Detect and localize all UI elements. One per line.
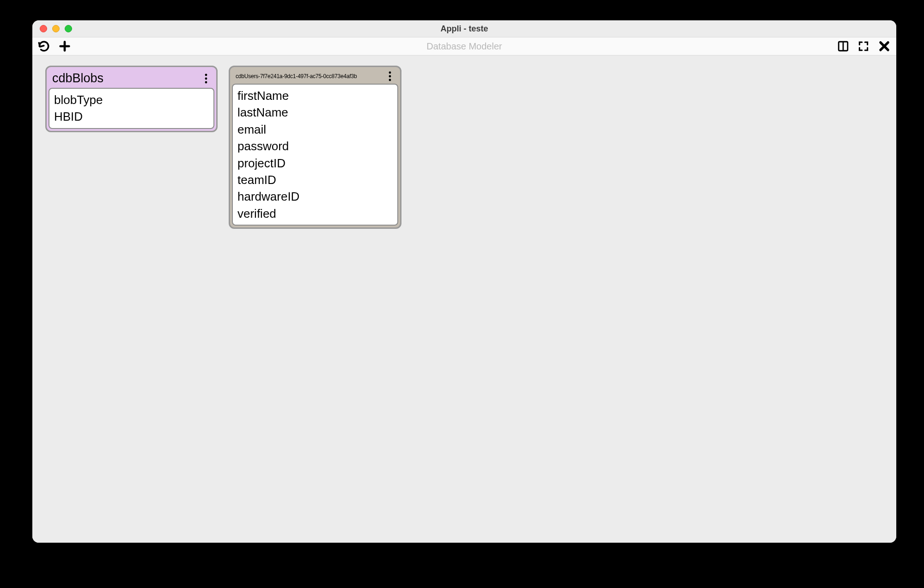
svg-point-6 bbox=[205, 74, 207, 76]
entity-body: blobType HBID bbox=[49, 88, 214, 129]
refresh-icon bbox=[38, 40, 50, 52]
entity-header[interactable]: cdbBlobs bbox=[49, 69, 214, 88]
entity-field[interactable]: lastName bbox=[237, 104, 393, 121]
entity-title: cdbBlobs bbox=[52, 71, 201, 86]
entity-title: cdbUsers-7f7e241a-9dc1-497f-ac75-0cc873e… bbox=[236, 73, 385, 80]
entity-menu-button[interactable] bbox=[201, 74, 211, 84]
entity-field[interactable]: email bbox=[237, 121, 393, 138]
close-icon bbox=[878, 40, 891, 53]
maximize-window-button[interactable] bbox=[65, 25, 72, 32]
entity-field[interactable]: HBID bbox=[54, 108, 209, 125]
add-button[interactable] bbox=[58, 40, 71, 53]
entity-header[interactable]: cdbUsers-7f7e241a-9dc1-497f-ac75-0cc873e… bbox=[232, 69, 398, 84]
svg-point-10 bbox=[389, 75, 391, 78]
titlebar: Appli - teste bbox=[32, 20, 896, 37]
entity-field[interactable]: teamID bbox=[237, 172, 393, 188]
entity-field[interactable]: verified bbox=[237, 205, 393, 222]
toolbar-right bbox=[837, 40, 893, 53]
svg-point-8 bbox=[205, 81, 207, 83]
split-columns-icon bbox=[837, 40, 849, 52]
svg-point-7 bbox=[205, 77, 207, 80]
traffic-lights bbox=[32, 25, 72, 32]
entity-body: firstName lastName email password projec… bbox=[232, 84, 398, 226]
split-view-button[interactable] bbox=[837, 40, 849, 53]
toolbar-left bbox=[36, 40, 71, 53]
entity-card-cdbblobs[interactable]: cdbBlobs blobType HBID bbox=[45, 66, 218, 132]
entity-card-cdbusers[interactable]: cdbUsers-7f7e241a-9dc1-497f-ac75-0cc873e… bbox=[229, 66, 401, 229]
plus-icon bbox=[58, 40, 71, 53]
entity-field[interactable]: firstName bbox=[237, 87, 393, 104]
entity-field[interactable]: projectID bbox=[237, 155, 393, 172]
canvas[interactable]: cdbBlobs blobType HBID cdbUsers-7f7e241a… bbox=[32, 55, 896, 543]
toolbar: Database Modeler bbox=[32, 37, 896, 55]
refresh-button[interactable] bbox=[38, 40, 50, 53]
entity-menu-button[interactable] bbox=[385, 71, 395, 81]
svg-point-9 bbox=[389, 72, 391, 74]
more-vertical-icon bbox=[205, 74, 207, 84]
fullscreen-button[interactable] bbox=[857, 40, 869, 53]
minimize-window-button[interactable] bbox=[52, 25, 60, 32]
app-window: Appli - teste Database Modeler bbox=[32, 20, 896, 543]
entity-field[interactable]: password bbox=[237, 138, 393, 154]
expand-icon bbox=[857, 40, 869, 52]
window-title: Appli - teste bbox=[440, 24, 488, 34]
close-button[interactable] bbox=[878, 40, 891, 53]
more-vertical-icon bbox=[389, 71, 391, 81]
entity-field[interactable]: hardwareID bbox=[237, 188, 393, 205]
close-window-button[interactable] bbox=[40, 25, 47, 32]
toolbar-title: Database Modeler bbox=[426, 41, 502, 52]
entity-field[interactable]: blobType bbox=[54, 92, 209, 108]
svg-point-11 bbox=[389, 79, 391, 81]
